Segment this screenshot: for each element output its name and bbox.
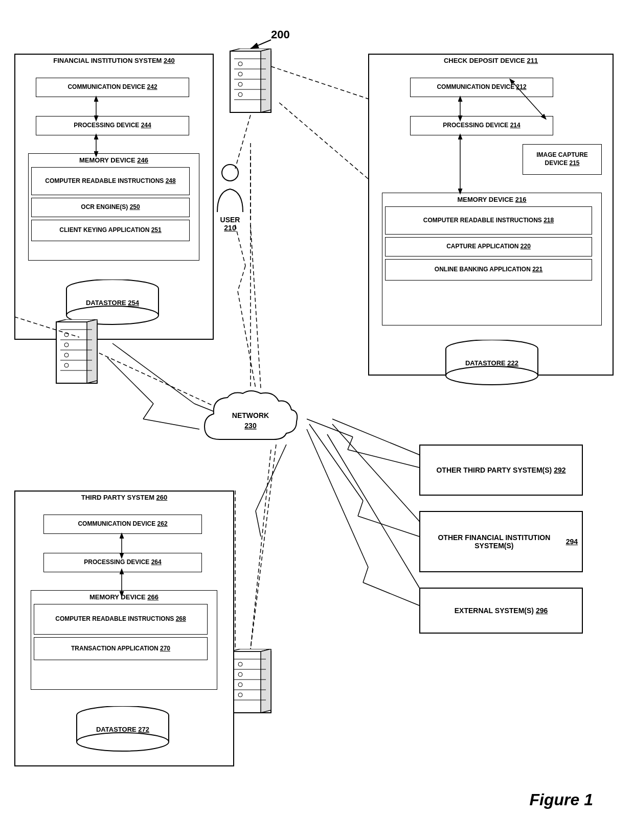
svg-marker-59	[261, 49, 271, 112]
svg-line-118	[279, 102, 368, 179]
svg-line-117	[238, 291, 256, 388]
tps-comm-device: COMMUNICATION DEVICE 262	[43, 515, 202, 534]
svg-marker-85	[261, 649, 271, 713]
check-deposit-device-box: CHECK DEPOSIT DEVICE 211 COMMUNICATION D…	[368, 54, 614, 376]
svg-line-112	[143, 404, 153, 419]
diagram: 200	[0, 0, 634, 840]
svg-line-127	[307, 429, 368, 567]
svg-line-122	[348, 437, 353, 450]
svg-text:DATASTORE 254: DATASTORE 254	[86, 299, 140, 307]
cdd-comm-device: COMMUNICATION DEVICE 212	[410, 78, 553, 97]
cdd-datastore: DATASTORE 222	[441, 340, 543, 386]
cdd-computer-readable: COMPUTER READABLE INSTRUCTIONS 218	[385, 206, 592, 235]
svg-line-31	[332, 419, 419, 455]
svg-line-111	[107, 358, 153, 404]
svg-line-121	[307, 419, 353, 437]
figure-label: Figure 1	[530, 790, 593, 809]
fi-client-keying: CLIENT KEYING APPLICATION 251	[31, 220, 190, 241]
fi-system-title: FINANCIAL INSTITUTION SYSTEM 240	[15, 55, 213, 67]
svg-text:NETWORK: NETWORK	[232, 411, 269, 419]
svg-marker-71	[87, 319, 97, 383]
tps-processing-device: PROCESSING DEVICE 264	[43, 553, 202, 572]
user-label: USER	[205, 216, 256, 224]
fi-server-icon	[225, 49, 276, 117]
tps-transaction-app: TRANSACTION APPLICATION 270	[34, 637, 208, 660]
other-third-party-label: OTHER THIRD PARTY SYSTEM(S) 292	[420, 446, 582, 495]
tps-datastore: DATASTORE 272	[72, 706, 174, 752]
svg-line-43	[251, 225, 261, 388]
svg-text:230: 230	[244, 422, 257, 430]
svg-line-38	[256, 511, 261, 536]
third-party-system-box: THIRD PARTY SYSTEM 260 COMMUNICATION DEV…	[14, 491, 234, 766]
tps-title: THIRD PARTY SYSTEM 260	[15, 492, 233, 504]
svg-line-39	[112, 343, 194, 404]
user-figure: USER 210	[205, 164, 256, 232]
svg-line-125	[358, 501, 363, 516]
svg-point-54	[446, 366, 538, 385]
cdd-processing-device: PROCESSING DEVICE 214	[410, 116, 553, 135]
cdd-memory-device-outer: MEMORY DEVICE 216 COMPUTER READABLE INST…	[382, 193, 602, 325]
cdd-title: CHECK DEPOSIT DEVICE 211	[369, 55, 613, 67]
fi-ocr-engine: OCR ENGINE(S) 250	[31, 198, 190, 217]
svg-point-56	[222, 165, 238, 181]
svg-line-27	[271, 66, 378, 102]
left-server-icon	[51, 319, 102, 388]
fi-datastore: DATASTORE 254	[61, 279, 164, 325]
svg-line-116	[238, 266, 245, 291]
financial-institution-system-box: FINANCIAL INSTITUTION SYSTEM 240 COMMUNI…	[14, 54, 214, 340]
cdd-image-capture: IMAGE CAPTURE DEVICE 215	[523, 144, 602, 175]
fi-memory-device-outer: MEMORY DEVICE 246 COMPUTER READABLE INST…	[28, 153, 199, 261]
external-system-box: EXTERNAL SYSTEM(S) 296	[419, 588, 583, 634]
svg-line-114	[235, 115, 251, 169]
svg-line-113	[143, 419, 199, 429]
tps-memory-device-outer: MEMORY DEVICE 266 COMPUTER READABLE INST…	[31, 590, 217, 690]
svg-line-126	[358, 516, 419, 536]
other-third-party-box: OTHER THIRD PARTY SYSTEM(S) 292	[419, 445, 583, 496]
svg-line-119	[251, 450, 271, 649]
other-financial-label: OTHER FINANCIAL INSTITUTION SYSTEM(S) 29…	[420, 512, 582, 571]
svg-line-124	[309, 424, 363, 501]
svg-text:DATASTORE 272: DATASTORE 272	[96, 726, 149, 733]
user-ref: 210	[205, 224, 256, 232]
svg-point-99	[77, 733, 169, 751]
cdd-online-banking: ONLINE BANKING APPLICATION 221	[385, 259, 592, 281]
other-financial-box: OTHER FINANCIAL INSTITUTION SYSTEM(S) 29…	[419, 511, 583, 572]
tps-ref: 260	[156, 494, 168, 501]
fi-processing-device: PROCESSING DEVICE 244	[36, 116, 189, 135]
svg-line-129	[363, 582, 419, 605]
network-cloud: NETWORK 230	[199, 388, 302, 457]
external-system-label: EXTERNAL SYSTEM(S) 296	[420, 589, 582, 633]
fi-computer-readable: COMPUTER READABLE INSTRUCTIONS 248	[31, 167, 190, 195]
svg-line-30	[251, 445, 276, 649]
diagram-number: 200	[271, 28, 290, 41]
svg-text:DATASTORE 222: DATASTORE 222	[465, 359, 518, 367]
svg-line-2	[251, 40, 271, 49]
tps-computer-readable: COMPUTER READABLE INSTRUCTIONS 268	[34, 604, 208, 635]
svg-line-35	[327, 434, 419, 588]
cdd-ref: 211	[527, 57, 538, 64]
cdd-capture-app: CAPTURE APPLICATION 220	[385, 237, 592, 256]
svg-line-33	[332, 424, 419, 521]
fi-comm-device: COMMUNICATION DEVICE 242	[36, 78, 189, 97]
svg-line-123	[348, 450, 419, 468]
fi-system-ref: 240	[164, 57, 175, 64]
svg-line-128	[363, 567, 368, 582]
